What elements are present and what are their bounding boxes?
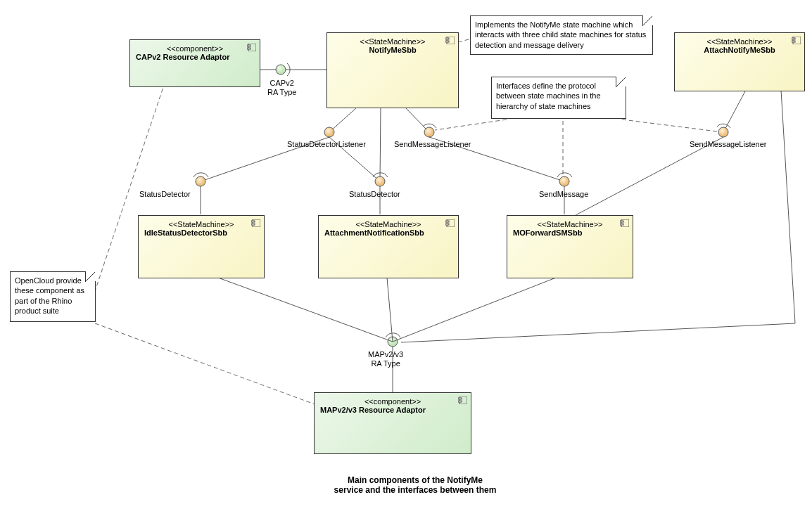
diagram-caption: Main components of the NotifyMe service … bbox=[310, 475, 521, 495]
statemachine-idlestatusdetectorsbb: <<StateMachine>> IdleStatusDetectorSbb bbox=[138, 215, 265, 278]
note-text: Interfaces define the protocol between s… bbox=[496, 82, 601, 110]
label-sendmessagelistener-2: SendMessageListener bbox=[690, 140, 766, 149]
svg-point-18 bbox=[424, 127, 434, 137]
svg-line-1 bbox=[435, 120, 507, 130]
component-name: MAPv2/v3 Resource Adaptor bbox=[320, 406, 465, 414]
component-capv2: <<component>> CAPv2 Resource Adaptor bbox=[129, 39, 260, 87]
stereotype: <<StateMachine>> bbox=[333, 37, 452, 46]
note-text: OpenCloud provide these component as par… bbox=[15, 276, 84, 315]
statemachine-moforwardsmsbb: <<StateMachine>> MOForwardSMSbb bbox=[507, 215, 633, 278]
component-icon bbox=[247, 44, 256, 51]
svg-line-29 bbox=[393, 278, 556, 342]
svg-line-22 bbox=[723, 90, 746, 132]
svg-line-3 bbox=[622, 120, 717, 131]
svg-line-5 bbox=[95, 323, 315, 404]
stereotype: <<StateMachine>> bbox=[513, 220, 627, 228]
label-statusdetector-2: StatusDetector bbox=[349, 190, 400, 199]
component-name: IdleStatusDetectorSbb bbox=[144, 228, 258, 237]
label-sendmessage: SendMessage bbox=[539, 190, 588, 199]
label-sendmessagelistener: SendMessageListener bbox=[394, 140, 471, 149]
component-icon bbox=[445, 37, 455, 44]
note-interfaces: Interfaces define the protocol between s… bbox=[491, 77, 626, 119]
svg-rect-46 bbox=[620, 221, 623, 222]
component-icon bbox=[620, 219, 629, 227]
component-name: NotifyMeSbb bbox=[333, 46, 452, 54]
component-icon bbox=[792, 37, 801, 44]
statemachine-attachmentnotificationsbb: <<StateMachine>> AttachmentNotificationS… bbox=[318, 215, 459, 278]
component-name: CAPv2 Resource Adaptor bbox=[136, 53, 254, 61]
svg-rect-35 bbox=[445, 41, 449, 42]
component-icon bbox=[445, 219, 455, 227]
svg-rect-40 bbox=[251, 221, 255, 222]
svg-line-8 bbox=[329, 107, 357, 132]
statemachine-attachnotifymesbb: <<StateMachine>> AttachNotifyMeSbb bbox=[674, 32, 805, 91]
svg-rect-37 bbox=[792, 38, 795, 39]
svg-point-7 bbox=[276, 65, 286, 75]
svg-rect-49 bbox=[458, 398, 462, 399]
svg-point-23 bbox=[718, 127, 728, 137]
component-name: AttachmentNotificationSbb bbox=[324, 228, 452, 237]
stereotype: <<StateMachine>> bbox=[324, 220, 452, 228]
svg-rect-50 bbox=[458, 401, 462, 402]
stereotype: <<StateMachine>> bbox=[144, 220, 258, 228]
svg-rect-41 bbox=[251, 224, 255, 225]
component-icon bbox=[251, 219, 260, 227]
svg-rect-32 bbox=[247, 48, 250, 49]
note-text: Implements the NotifyMe state machine wh… bbox=[475, 20, 646, 49]
component-icon bbox=[458, 396, 467, 404]
svg-line-17 bbox=[405, 107, 429, 132]
stereotype: <<component>> bbox=[136, 44, 254, 53]
svg-rect-38 bbox=[792, 41, 795, 42]
component-name: MOForwardSMSbb bbox=[513, 228, 627, 237]
svg-rect-43 bbox=[445, 221, 449, 222]
svg-rect-47 bbox=[620, 224, 623, 225]
label-statusdetectorlistener: StatusDetectorListener bbox=[287, 140, 366, 149]
svg-point-11 bbox=[196, 176, 205, 186]
note-implements: Implements the NotifyMe state machine wh… bbox=[470, 15, 653, 55]
svg-rect-31 bbox=[247, 45, 250, 46]
component-name: AttachNotifyMeSbb bbox=[680, 46, 799, 54]
svg-point-15 bbox=[375, 176, 385, 186]
svg-rect-34 bbox=[445, 38, 449, 39]
label-capv2-ratype: CAPv2 RA Type bbox=[267, 79, 296, 97]
svg-rect-44 bbox=[445, 224, 449, 225]
svg-point-20 bbox=[559, 176, 569, 186]
component-mapv2v3: <<component>> MAPv2/v3 Resource Adaptor bbox=[314, 392, 471, 454]
label-statusdetector-1: StatusDetector bbox=[139, 190, 191, 199]
svg-point-25 bbox=[388, 337, 398, 347]
stereotype: <<component>> bbox=[320, 397, 465, 406]
svg-line-14 bbox=[380, 107, 381, 181]
svg-line-27 bbox=[218, 278, 393, 342]
note-opencloud: OpenCloud provide these component as par… bbox=[10, 271, 96, 322]
statemachine-notifymesbb: <<StateMachine>> NotifyMeSbb bbox=[326, 32, 459, 108]
stereotype: <<StateMachine>> bbox=[680, 37, 799, 46]
svg-line-28 bbox=[387, 278, 393, 342]
svg-point-9 bbox=[324, 127, 334, 137]
label-mapv2-ratype: MAPv2/v3 RA Type bbox=[368, 350, 403, 368]
